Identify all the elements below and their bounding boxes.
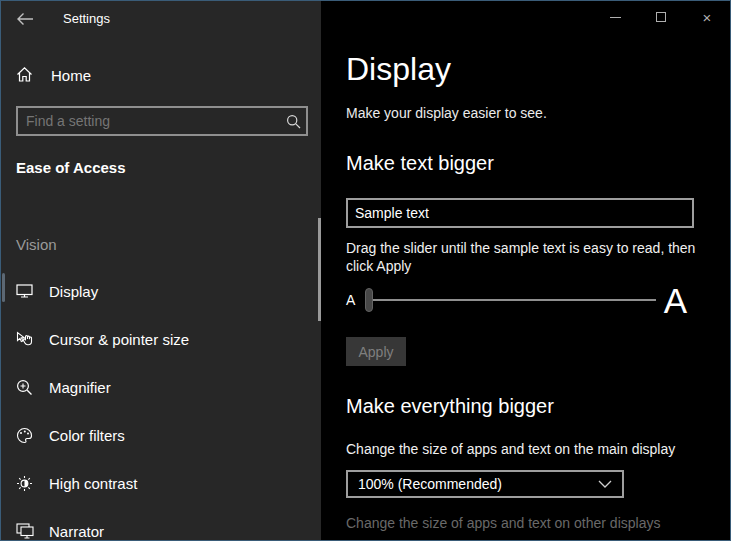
sidebar-item-display[interactable]: Display [1,267,321,315]
nav-list: Display Cursor & pointer size Magnifier … [1,267,321,541]
back-button[interactable] [14,9,36,29]
sidebar-item-label: Color filters [49,427,125,444]
slider-track[interactable] [373,299,655,301]
close-icon: × [703,10,712,25]
slider-instruction-line2: click Apply [346,257,702,275]
home-icon [16,66,33,83]
sidebar-item-home[interactable]: Home [1,61,321,91]
search-input[interactable] [18,113,280,129]
text-size-slider: A A [346,280,687,320]
magnifier-icon [16,379,33,396]
page-subtitle: Make your display easier to see. [346,105,547,121]
sidebar: Settings Home Ease of Access Vision Disp… [1,1,321,540]
minimize-button[interactable] [592,1,638,33]
slider-instruction-line1: Drag the slider until the sample text is… [346,239,702,257]
search-icon[interactable] [280,114,306,129]
sidebar-item-label: Cursor & pointer size [49,331,189,348]
sidebar-item-narrator[interactable]: Narrator [1,507,321,541]
cursor-pointer-icon [16,331,34,348]
high-contrast-icon [16,475,33,492]
apply-button[interactable]: Apply [346,337,406,366]
maximize-button[interactable] [638,1,684,33]
back-arrow-icon [14,9,36,29]
scale-dropdown[interactable]: 100% (Recommended) [346,470,624,498]
slider-max-label: A [664,283,687,318]
slider-instruction: Drag the slider until the sample text is… [346,239,702,275]
make-everything-bigger-heading: Make everything bigger [346,395,554,418]
minimize-icon [610,17,621,18]
page-title: Display [346,51,451,88]
settings-window: Settings Home Ease of Access Vision Disp… [0,0,731,541]
slider-min-label: A [346,292,355,308]
window-controls: × [592,1,730,33]
breadcrumb-section-title: Ease of Access [16,159,126,176]
make-text-bigger-heading: Make text bigger [346,152,494,175]
scale-dropdown-value: 100% (Recommended) [348,476,502,492]
sidebar-home-label: Home [51,67,91,84]
sidebar-item-label: Magnifier [49,379,111,396]
sidebar-item-color-filters[interactable]: Color filters [1,411,321,459]
chevron-down-icon [598,480,622,488]
selected-item-indicator [2,273,5,302]
maximize-icon [656,12,666,22]
sidebar-item-magnifier[interactable]: Magnifier [1,363,321,411]
sidebar-item-label: High contrast [49,475,137,492]
color-filters-icon [16,427,33,444]
search-box [16,106,308,136]
main-pane: Display Make your display easier to see.… [321,1,731,540]
sample-text-preview: Sample text [346,198,694,228]
sample-text: Sample text [348,205,429,221]
close-button[interactable]: × [684,1,730,33]
narrator-icon [16,523,34,539]
sidebar-item-cursor-pointer-size[interactable]: Cursor & pointer size [1,315,321,363]
sidebar-item-label: Narrator [49,523,104,540]
display-icon [16,283,33,299]
app-title: Settings [63,11,110,26]
sidebar-item-high-contrast[interactable]: High contrast [1,459,321,507]
other-displays-scale-label: Change the size of apps and text on othe… [346,515,660,531]
sidebar-item-label: Display [49,283,98,300]
slider-thumb[interactable] [365,288,373,312]
main-display-scale-label: Change the size of apps and text on the … [346,441,675,457]
nav-group-vision: Vision [16,236,57,253]
